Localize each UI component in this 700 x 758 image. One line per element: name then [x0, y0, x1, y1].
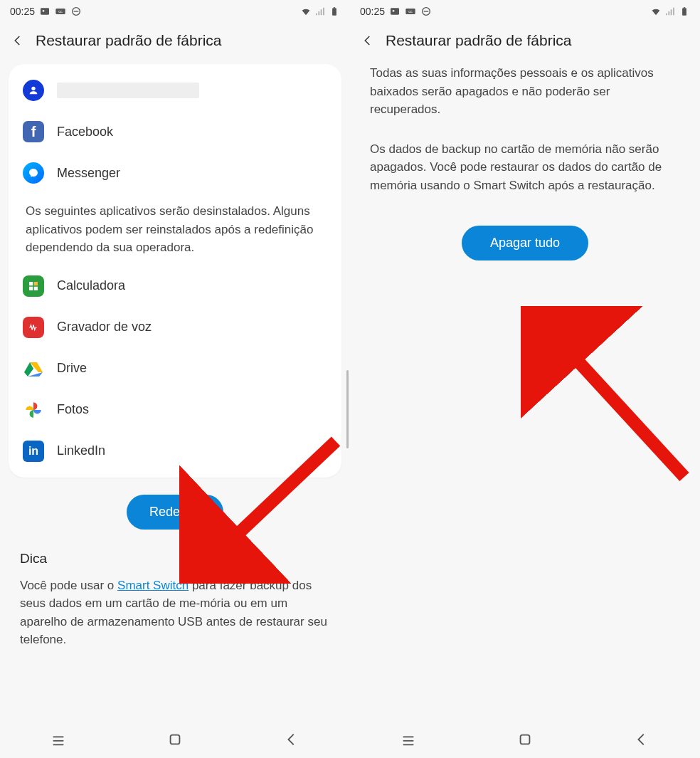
drive-icon: [23, 358, 44, 379]
tip-heading: Dica: [0, 542, 350, 569]
svg-rect-12: [34, 286, 38, 290]
left-screenshot: 00:25 cc Restaura: [0, 0, 350, 758]
list-item: in LinkedIn: [9, 431, 341, 472]
app-label: Facebook: [57, 125, 113, 140]
messenger-icon: [23, 162, 44, 184]
svg-rect-22: [391, 8, 399, 14]
minus-circle-icon: [70, 6, 82, 17]
app-label: Messenger: [57, 166, 120, 181]
signal-icon: [664, 6, 676, 17]
svg-point-8: [31, 87, 35, 90]
clock: 00:25: [10, 6, 35, 17]
image-icon: [39, 6, 51, 17]
app-label: Gravador de voz: [57, 320, 152, 335]
recents-button[interactable]: [401, 732, 416, 750]
image-icon: [389, 6, 401, 17]
annotation-arrow-icon: [521, 306, 691, 484]
linkedin-icon: in: [23, 441, 44, 462]
svg-rect-29: [684, 7, 685, 8]
back-button[interactable]: [284, 732, 299, 750]
status-bar: 00:25 cc: [0, 0, 350, 23]
battery-icon: [329, 6, 340, 17]
page-title: Restaurar padrão de fábrica: [36, 32, 222, 49]
right-screenshot: 00:25 cc Restaurar p: [350, 0, 700, 758]
wifi-icon: [650, 6, 662, 17]
navigation-bar: [350, 724, 700, 758]
app-label: Calculadora: [57, 278, 125, 293]
scrollbar-thumb[interactable]: [346, 370, 349, 448]
list-item: Fotos: [9, 389, 341, 431]
tip-text: Você pode usar o Smart Switch para fazer…: [0, 569, 350, 656]
home-button[interactable]: [167, 732, 183, 750]
list-item: Drive: [9, 348, 341, 389]
redacted-account-label: [57, 83, 199, 98]
back-chevron-icon[interactable]: [361, 31, 374, 50]
status-left: 00:25 cc: [360, 6, 432, 17]
tip-before: Você pode usar o: [20, 579, 117, 592]
svg-line-35: [546, 326, 684, 477]
wifi-icon: [300, 6, 312, 17]
svg-rect-19: [171, 735, 180, 744]
list-item: f Facebook: [9, 111, 341, 152]
status-right: [650, 6, 690, 17]
list-item: Calculadora: [9, 265, 341, 307]
navigation-bar: [0, 724, 350, 758]
svg-rect-10: [34, 282, 38, 285]
facebook-icon: f: [23, 121, 44, 142]
svg-rect-33: [521, 735, 530, 744]
page-header: Restaurar padrão de fábrica: [0, 23, 350, 60]
svg-rect-11: [29, 286, 33, 290]
warning-paragraph-1: Todas as suas informações pessoais e os …: [350, 60, 700, 126]
app-label: LinkedIn: [57, 443, 105, 458]
svg-text:cc: cc: [408, 9, 413, 14]
app-label: Fotos: [57, 402, 89, 417]
recents-button[interactable]: [51, 732, 66, 750]
voicerecorder-icon: [23, 317, 44, 338]
photos-icon: [23, 399, 44, 421]
home-button[interactable]: [517, 732, 533, 750]
back-chevron-icon[interactable]: [11, 31, 24, 50]
svg-rect-28: [682, 8, 686, 15]
svg-point-1: [43, 10, 45, 12]
list-item: Messenger: [9, 152, 341, 194]
clock: 00:25: [360, 6, 385, 17]
smart-switch-link[interactable]: Smart Switch: [117, 579, 189, 592]
svg-rect-9: [29, 282, 33, 285]
back-button[interactable]: [634, 732, 649, 750]
battery-icon: [679, 6, 690, 17]
status-left: 00:25 cc: [10, 6, 82, 17]
list-item: Gravador de voz: [9, 307, 341, 348]
reset-button[interactable]: Redefinir: [127, 495, 223, 530]
svg-point-23: [393, 10, 395, 12]
signal-icon: [314, 6, 326, 17]
calculator-icon: [23, 275, 44, 297]
svg-rect-7: [334, 7, 335, 8]
page-title: Restaurar padrão de fábrica: [386, 32, 572, 49]
account-icon: [23, 80, 44, 101]
warning-paragraph-2: Os dados de backup no cartão de memória …: [350, 126, 700, 202]
svg-rect-6: [332, 8, 336, 15]
status-right: [300, 6, 340, 17]
erase-all-button[interactable]: Apagar tudo: [462, 226, 588, 260]
app-label: Drive: [57, 361, 87, 376]
page-header: Restaurar padrão de fábrica: [350, 23, 700, 60]
status-bar: 00:25 cc: [350, 0, 700, 23]
apps-card: f Facebook Messenger Os seguintes aplica…: [9, 64, 341, 478]
svg-text:cc: cc: [58, 9, 63, 14]
cc-icon: cc: [55, 6, 66, 17]
svg-rect-0: [41, 8, 49, 14]
list-item: [9, 70, 341, 111]
cc-icon: cc: [405, 6, 416, 17]
minus-circle-icon: [420, 6, 432, 17]
apps-uninstall-notice: Os seguintes aplicativos serão desinstal…: [9, 194, 341, 265]
